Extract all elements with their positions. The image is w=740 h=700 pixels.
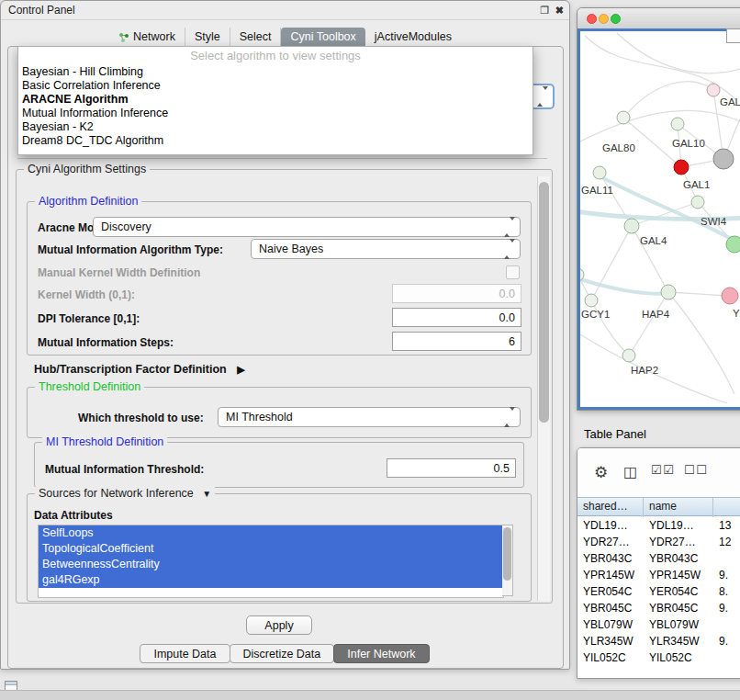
network-node[interactable]: [691, 196, 704, 209]
aracne-mode-select[interactable]: Discovery: [93, 217, 521, 237]
manual-kernel-checkbox[interactable]: [506, 265, 520, 279]
data-attribute-item[interactable]: SelfLoops: [39, 525, 503, 541]
zoom-button[interactable]: [611, 14, 621, 24]
combo-stepper-icon: [537, 90, 548, 103]
network-node[interactable]: [661, 285, 676, 299]
table-row[interactable]: YDL19…YDL19…13: [577, 517, 740, 534]
tab-style[interactable]: Style: [185, 28, 230, 47]
data-attributes-list[interactable]: SelfLoopsTopologicalCoefficientBetweenne…: [38, 525, 504, 598]
network-node[interactable]: [713, 149, 734, 169]
float-window-icon[interactable]: ❐: [540, 1, 549, 20]
deselect-all-columns-icon[interactable]: ☐ ☐: [684, 463, 706, 477]
combo-stepper-icon: [504, 243, 515, 255]
network-viewport[interactable]: GALGAL80GAL10GAL11GAL1SWI4GAL4GCY1HAP4HA…: [577, 28, 740, 410]
table-cell: YDR27…: [577, 534, 644, 550]
algorithm-dropdown-item[interactable]: ARACNE Algorithm: [18, 93, 533, 107]
settings-scrollbar-thumb[interactable]: [539, 182, 549, 423]
algorithm-dropdown-item[interactable]: Mutual Information Inference: [18, 107, 533, 120]
which-threshold-select[interactable]: MI Threshold: [218, 407, 521, 427]
table-cell: 8.: [713, 583, 740, 600]
column-header-extra[interactable]: [713, 498, 740, 517]
settings-scrollbar[interactable]: [537, 176, 550, 601]
tab-network[interactable]: Network: [109, 28, 185, 47]
kernel-width-input[interactable]: 0.0: [392, 284, 521, 303]
network-window-titlebar[interactable]: [577, 8, 740, 28]
network-canvas[interactable]: GALGAL80GAL10GAL11GAL1SWI4GAL4GCY1HAP4HA…: [580, 31, 740, 407]
algorithm-dropdown-item[interactable]: Bayesian - Hill Climbing: [18, 65, 533, 79]
network-node[interactable]: [671, 118, 684, 130]
control-panel-titlebar[interactable]: Control Panel ❐ ✖: [1, 1, 569, 20]
mi-steps-input[interactable]: 6: [392, 332, 521, 351]
tab-jactivemodules[interactable]: jActiveModules: [365, 28, 461, 47]
gear-icon[interactable]: ⚙: [594, 463, 608, 482]
bottom-tabbar: Impute DataDiscretize DataInfer Network: [1, 644, 569, 663]
control-panel-window: Control Panel ❐ ✖ NetworkStyleSelectCyni…: [0, 0, 570, 670]
table-cell: YLR345W: [644, 633, 713, 649]
hub-definition-toggle[interactable]: Hub/Transcription Factor Definition ▶: [34, 363, 245, 376]
node-label: GAL10: [672, 138, 705, 149]
node-label: SWI4: [701, 216, 727, 227]
manual-kernel-label: Manual Kernel Width Definition: [38, 266, 200, 279]
network-node[interactable]: [674, 160, 689, 175]
apply-button[interactable]: Apply: [246, 615, 312, 635]
desktop: Control Panel ❐ ✖ NetworkStyleSelectCyni…: [0, 0, 740, 700]
data-attribute-item[interactable]: TopologicalCoefficient: [39, 541, 503, 557]
list-scrollbar[interactable]: [502, 525, 513, 596]
node-label: GAL80: [602, 142, 635, 153]
bottom-tab-impute-data[interactable]: Impute Data: [140, 644, 230, 663]
expanded-arrow-icon[interactable]: ▼: [202, 489, 211, 499]
bottom-tab-discretize-data[interactable]: Discretize Data: [230, 644, 335, 663]
mi-threshold-definition-title: MI Threshold Definition: [42, 435, 167, 449]
hub-definition-label: Hub/Transcription Factor Definition: [34, 363, 227, 376]
table-row[interactable]: YBR045CYBR045C9.: [577, 600, 740, 616]
combo-stepper-icon: [504, 411, 515, 423]
table-row[interactable]: YPR145WYPR145W9.: [577, 567, 740, 583]
algorithm-dropdown-item[interactable]: Bayesian - K2: [18, 120, 533, 134]
mi-steps-value: 6: [509, 335, 515, 348]
node-label: GAL4: [640, 235, 667, 246]
list-scrollbar-thumb[interactable]: [503, 527, 511, 581]
close-icon[interactable]: ✖: [555, 1, 564, 20]
data-attribute-item[interactable]: BetweennessCentrality: [39, 557, 503, 572]
algorithm-dropdown-prompt: Select algorithm to view settings: [18, 47, 533, 65]
column-header-shared-name[interactable]: shared…: [577, 498, 644, 517]
tab-select[interactable]: Select: [230, 28, 282, 47]
mi-algorithm-type-select[interactable]: Naive Bayes: [251, 239, 521, 259]
table-cell: YBR043C: [644, 550, 713, 567]
birdseye-toggle[interactable]: [726, 28, 740, 43]
table-row[interactable]: YER054CYER054C8.: [577, 583, 740, 600]
table-row[interactable]: YBR043CYBR043C: [577, 550, 740, 567]
table-toolbar: ⚙ ◫ ☑ ☑ ☐ ☐: [577, 448, 740, 497]
network-node[interactable]: [622, 349, 635, 362]
mi-threshold-input[interactable]: 0.5: [387, 458, 516, 478]
table-cell: [713, 616, 740, 633]
network-node[interactable]: [624, 219, 639, 233]
collapsed-arrow-icon[interactable]: ▶: [237, 364, 244, 375]
table-row[interactable]: YDR27…YDR27…12: [577, 534, 740, 550]
algorithm-dropdown-item[interactable]: Dream8 DC_TDC Algorithm: [18, 134, 533, 148]
network-node[interactable]: [593, 166, 606, 179]
dpi-tolerance-input[interactable]: 0.0: [392, 308, 521, 327]
network-node[interactable]: [722, 288, 738, 304]
column-header-name[interactable]: name: [644, 498, 713, 517]
algorithm-dropdown-item[interactable]: Basic Correlation Inference: [18, 79, 533, 93]
sources-toggle[interactable]: Sources for Network Inference ▼: [35, 487, 215, 501]
table-row[interactable]: YBL079WYBL079W: [577, 616, 740, 633]
network-node[interactable]: [617, 111, 630, 124]
tab-cyni-toolbox[interactable]: Cyni Toolbox: [281, 28, 364, 47]
kernel-width-label: Kernel Width (0,1):: [38, 288, 135, 301]
table-row[interactable]: YIL052CYIL052C: [577, 649, 740, 666]
columns-icon[interactable]: ◫: [623, 463, 637, 480]
tab-label: Cyni Toolbox: [290, 28, 355, 47]
table-row[interactable]: YLR345WYLR345W9.: [577, 633, 740, 649]
cyni-algorithm-settings-title: Cyni Algorithm Settings: [24, 163, 150, 176]
data-attribute-item[interactable]: gal4RGexp: [39, 572, 503, 588]
minimize-button[interactable]: [599, 14, 609, 24]
close-button[interactable]: [587, 14, 597, 24]
bottom-tab-infer-network[interactable]: Infer Network: [333, 644, 429, 663]
network-node[interactable]: [726, 236, 740, 253]
network-node[interactable]: [707, 84, 720, 96]
table-cell: YPR145W: [577, 567, 644, 583]
network-node[interactable]: [585, 294, 598, 307]
select-all-columns-icon[interactable]: ☑ ☑: [651, 463, 673, 477]
